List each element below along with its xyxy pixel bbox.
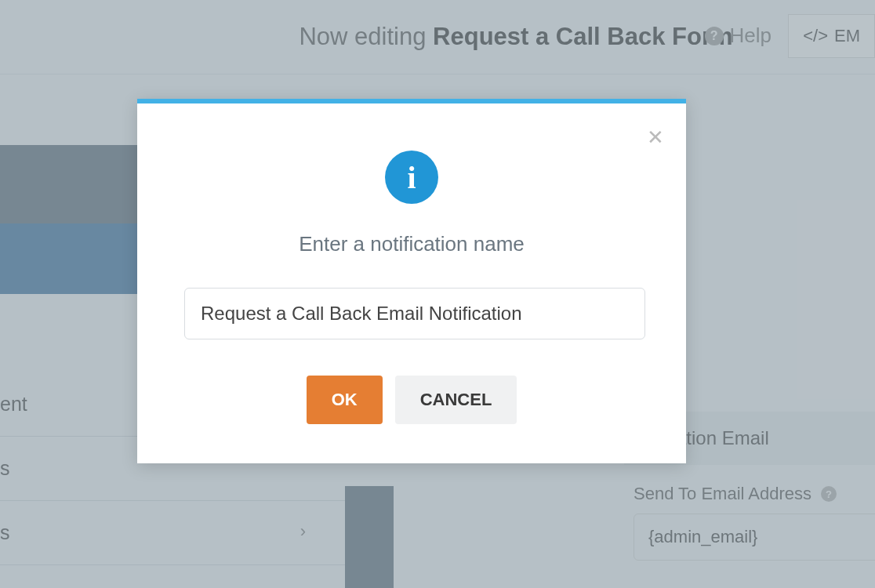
close-icon[interactable]: ✕ [647, 125, 664, 150]
notification-name-modal: ✕ i Enter a notification name OK CANCEL [137, 99, 686, 463]
ok-button[interactable]: OK [307, 376, 383, 424]
modal-prompt: Enter a notification name [184, 232, 639, 256]
notification-name-input[interactable] [184, 288, 645, 339]
cancel-button[interactable]: CANCEL [395, 376, 517, 424]
info-icon: i [385, 151, 438, 204]
